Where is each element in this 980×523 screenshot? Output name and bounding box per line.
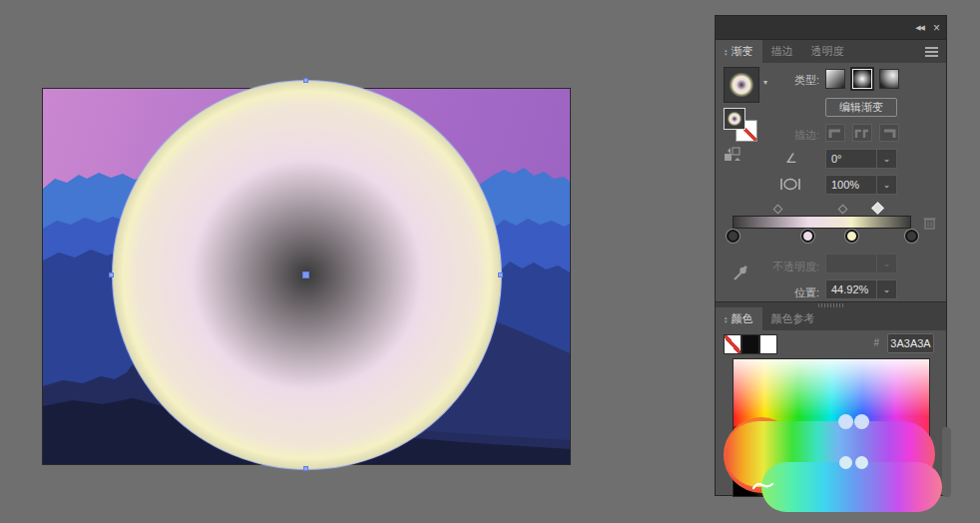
panel-collapse-icon: ▴▾: [725, 48, 728, 56]
spectrum-glitch-bump: [854, 414, 869, 429]
tab-transparency[interactable]: 透明度: [802, 40, 853, 63]
chevron-down-icon[interactable]: ⌄: [876, 176, 896, 194]
gradient-swatch-thumbnail[interactable]: [724, 67, 759, 103]
tab-label: 颜色参考: [771, 311, 815, 326]
position-combo[interactable]: 44.92% ⌄: [825, 279, 897, 299]
spectrum-glitch-bump: [838, 414, 853, 429]
panel-dock: ◀◀ × ▴▾ 渐变 描边 透明度 ▾: [715, 15, 947, 496]
gradient-midpoint[interactable]: [773, 205, 783, 215]
tab-label: 颜色: [732, 311, 753, 326]
none-swatch[interactable]: [724, 334, 741, 354]
white-swatch[interactable]: [759, 334, 777, 354]
gradient-stop[interactable]: [801, 230, 814, 243]
quick-swatches: [724, 334, 777, 354]
anchor-left[interactable]: [109, 272, 114, 277]
anchor-center[interactable]: [302, 271, 309, 278]
angle-icon: ∠: [785, 151, 797, 166]
panel-menu-icon[interactable]: [925, 51, 938, 53]
linear-gradient-type-button[interactable]: [825, 69, 845, 89]
tab-gradient[interactable]: ▴▾ 渐变: [716, 40, 762, 63]
dock-titlebar: ◀◀ ×: [716, 16, 946, 40]
color-panel-tabbar: ▴▾ 颜色 颜色参考: [716, 307, 946, 330]
opacity-combo[interactable]: ⌄: [825, 254, 897, 273]
aspect-ratio-combo[interactable]: 100% ⌄: [825, 175, 897, 195]
gradient-midpoint[interactable]: [838, 205, 848, 215]
eyedropper-icon: [732, 263, 748, 282]
spectrum-squiggle: [751, 479, 775, 491]
stroke-gradient-within-button[interactable]: [825, 124, 845, 142]
tab-label: 渐变: [732, 44, 753, 59]
aspect-ratio-icon: [779, 177, 801, 192]
anchor-top[interactable]: [303, 78, 308, 83]
gradient-stop[interactable]: [845, 230, 858, 243]
gradient-midpoint[interactable]: [871, 202, 884, 215]
collapse-to-icons-icon[interactable]: ◀◀: [915, 24, 924, 32]
spectrum-glitch-bump: [855, 456, 868, 469]
delete-stop-trash-icon[interactable]: [922, 215, 937, 231]
tab-color[interactable]: ▴▾ 颜色: [716, 307, 762, 330]
opacity-value[interactable]: [826, 255, 876, 272]
chevron-down-icon[interactable]: ⌄: [876, 255, 896, 272]
radial-gradient-type-button[interactable]: [852, 69, 872, 89]
gradient-panel-tabbar: ▴▾ 渐变 描边 透明度: [716, 40, 946, 63]
spectrum-glitch-bump: [839, 456, 852, 469]
position-label: 位置:: [775, 285, 819, 300]
hex-value-field[interactable]: 3A3A3A: [887, 333, 934, 353]
angle-combo[interactable]: 0° ⌄: [825, 149, 897, 169]
tab-color-guide[interactable]: 颜色参考: [762, 307, 824, 330]
tab-label: 透明度: [811, 44, 844, 59]
black-swatch[interactable]: [741, 334, 759, 354]
tab-stroke[interactable]: 描边: [762, 40, 802, 63]
freeform-gradient-type-button[interactable]: [879, 69, 899, 89]
type-label: 类型:: [755, 73, 819, 88]
stroke-gradient-along-button[interactable]: [852, 124, 872, 142]
tab-label: 描边: [771, 44, 793, 59]
gradient-stop[interactable]: [727, 230, 739, 243]
gradient-slider-bar[interactable]: [733, 216, 911, 229]
position-value[interactable]: 44.92%: [826, 280, 876, 298]
stroke-label: 描边:: [775, 128, 819, 143]
anchor-right[interactable]: [498, 272, 503, 277]
hex-prefix-label: #: [865, 337, 879, 348]
anchor-bottom[interactable]: [303, 466, 308, 471]
chevron-down-icon[interactable]: ⌄: [876, 280, 896, 298]
gradient-stop[interactable]: [905, 230, 918, 243]
fill-proxy-swatch[interactable]: [724, 108, 745, 130]
panel-collapse-icon: ▴▾: [725, 315, 728, 323]
scrollbar-thumb[interactable]: [942, 427, 951, 497]
illustrator-workspace: ◀◀ × ▴▾ 渐变 描边 透明度 ▾: [0, 0, 980, 523]
angle-value[interactable]: 0°: [826, 150, 876, 168]
reverse-gradient-icon[interactable]: [724, 146, 741, 163]
chevron-down-icon[interactable]: ⌄: [876, 150, 896, 168]
stroke-gradient-across-button[interactable]: [879, 124, 899, 142]
aspect-ratio-value[interactable]: 100%: [826, 176, 876, 194]
opacity-label: 不透明度:: [755, 260, 819, 274]
close-icon[interactable]: ×: [933, 22, 940, 34]
spectrum-glitch-blob: [761, 462, 942, 512]
edit-gradient-button[interactable]: 编辑渐变: [825, 98, 897, 117]
